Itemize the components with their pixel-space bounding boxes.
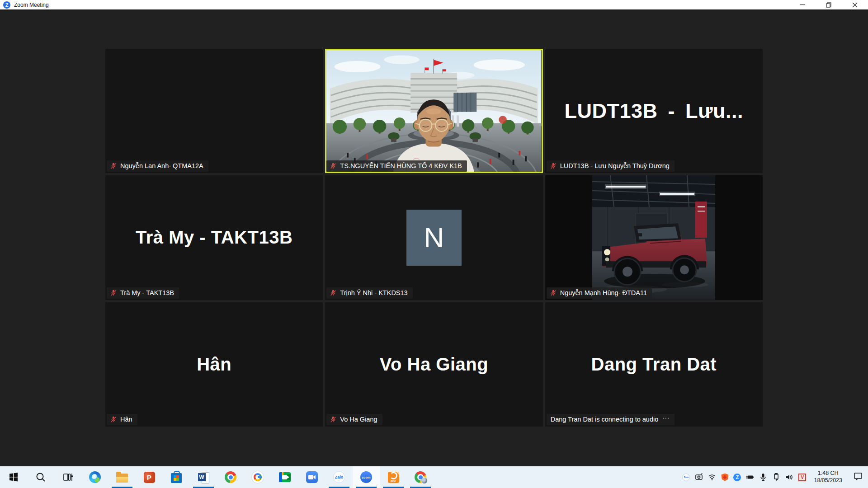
name-tag: LUDT13B - Lưu Nguyễn Thuỳ Dương xyxy=(547,160,675,172)
start-button[interactable] xyxy=(0,466,27,488)
name-tag: TS.NGUYỄN TIẾN HÙNG TỔ 4 KĐV K1B xyxy=(326,160,467,172)
task-view-icon xyxy=(62,472,73,483)
word-icon: W xyxy=(198,472,209,483)
participant-tile[interactable]: LUDT13B - Lưu... LUDT13B - Lưu Nguyễn Th… xyxy=(545,49,763,173)
powerpoint-icon: P xyxy=(144,472,155,483)
taskbar-chrome[interactable] xyxy=(217,466,244,488)
chrome-icon xyxy=(225,471,236,483)
name-tag: Vo Ha Giang xyxy=(326,414,382,425)
edge-icon xyxy=(89,471,101,483)
zalo-icon: Zalo xyxy=(333,471,345,483)
participant-tile-active-speaker[interactable]: TS.NGUYỄN TIẾN HÙNG TỔ 4 KĐV K1B xyxy=(325,49,542,173)
participant-tile[interactable]: Vo Ha Giang Vo Ha Giang xyxy=(325,302,542,427)
name-tag: Trà My - TAKT13B xyxy=(107,287,179,299)
participant-tile[interactable]: Nguyễn Mạnh Hùng- ĐTDA11 xyxy=(545,175,763,300)
tray-antivirus-shield-icon[interactable] xyxy=(721,474,728,481)
close-button[interactable] xyxy=(842,0,868,9)
taskbar-file-explorer[interactable] xyxy=(108,466,136,488)
video-camera-icon xyxy=(306,471,318,483)
participant-tile[interactable]: Trà My - TAKT13B Trà My - TAKT13B xyxy=(105,175,323,300)
taskbar-zoom-active[interactable]: zoom xyxy=(353,466,380,488)
muted-mic-icon xyxy=(330,162,337,169)
participant-tile[interactable]: N Trịnh Ý Nhi - KTKDS13 xyxy=(325,175,542,300)
muted-mic-icon xyxy=(550,289,557,296)
task-view-button[interactable] xyxy=(54,466,81,488)
participant-name: Vo Ha Giang xyxy=(340,416,377,423)
participant-name: Trà My - TAKT13B xyxy=(120,289,174,296)
muted-mic-icon xyxy=(110,162,117,169)
name-tag: Nguyễn Lan Anh- QTMA12A xyxy=(107,160,208,172)
tray-microphone-icon[interactable] xyxy=(759,473,767,481)
participant-name: TS.NGUYỄN TIẾN HÙNG TỔ 4 KĐV K1B xyxy=(340,162,462,169)
window-titlebar: Z Zoom Meeting xyxy=(0,0,868,10)
muted-mic-icon xyxy=(550,162,557,169)
taskbar-chrome-profile[interactable] xyxy=(407,466,434,488)
participant-tile[interactable]: Dang Tran Dat Dang Tran Dat is connectin… xyxy=(545,302,763,427)
participant-name: Nguyễn Lan Anh- QTMA12A xyxy=(120,162,203,169)
participant-big-name: LUDT13B - Lưu... xyxy=(545,49,763,173)
tray-volume-icon[interactable] xyxy=(785,473,793,481)
taskbar-zalo[interactable]: Zalo xyxy=(326,466,353,488)
participant-name: LUDT13B - Lưu Nguyễn Thuỳ Dương xyxy=(560,162,670,169)
name-tag: Nguyễn Mạnh Hùng- ĐTDA11 xyxy=(547,287,652,299)
participant-tile[interactable]: Nguyễn Lan Anh- QTMA12A xyxy=(105,49,323,173)
participant-big-name: Hân xyxy=(105,302,323,427)
participant-name: Trịnh Ý Nhi - KTKDS13 xyxy=(340,289,407,296)
tray-zoom-icon[interactable]: Z xyxy=(733,474,741,481)
participant-name: Nguyễn Mạnh Hùng- ĐTDA11 xyxy=(560,289,647,296)
taskbar-google-meet[interactable] xyxy=(271,466,298,488)
search-button[interactable] xyxy=(27,466,54,488)
muted-mic-icon xyxy=(110,416,117,423)
avatar: N xyxy=(406,210,462,266)
window-title: Zoom Meeting xyxy=(14,2,49,8)
name-tag: Hân xyxy=(107,414,137,425)
windows-logo-icon xyxy=(8,472,19,483)
zoom-icon: zoom xyxy=(360,471,372,483)
file-explorer-icon xyxy=(116,474,128,483)
participant-name: Hân xyxy=(120,416,132,423)
restore-button[interactable] xyxy=(816,0,842,9)
video-feed-jeep xyxy=(592,175,715,300)
taskbar-powerpoint[interactable]: P xyxy=(136,466,163,488)
action-center-button[interactable] xyxy=(854,472,863,482)
muted-mic-icon xyxy=(330,416,337,423)
connecting-status-text: Dang Tran Dat is connecting to audio xyxy=(551,416,659,423)
taskbar-clock[interactable]: 1:48 CH 18/05/2023 xyxy=(814,470,842,484)
minimize-button[interactable] xyxy=(789,0,816,9)
taskbar-word[interactable]: W xyxy=(190,466,217,488)
tray-wifi-icon[interactable] xyxy=(708,473,716,481)
globe-badge-icon xyxy=(421,477,428,484)
tray-battery-icon[interactable] xyxy=(746,473,754,481)
clock-date: 18/05/2023 xyxy=(814,477,842,484)
google-icon xyxy=(252,471,264,483)
taskbar-edge[interactable] xyxy=(81,466,108,488)
taskbar-google[interactable] xyxy=(244,466,271,488)
tray-usb-icon[interactable] xyxy=(772,473,780,481)
clock-time: 1:48 CH xyxy=(814,470,842,477)
taskbar-foxit-pdf[interactable]: PDF xyxy=(380,466,407,488)
microsoft-store-icon xyxy=(171,473,182,483)
system-tray: Zalo Z xyxy=(682,470,868,484)
participant-big-name: Vo Ha Giang xyxy=(325,302,542,427)
chrome-profile-icon xyxy=(415,471,426,483)
tray-vietkey-icon[interactable]: V xyxy=(798,474,806,481)
muted-mic-icon xyxy=(330,289,337,296)
zoom-app-icon: Z xyxy=(3,1,10,9)
video-grid: Nguyễn Lan Anh- QTMA12A xyxy=(105,49,763,427)
tray-zalo-icon[interactable]: Zalo xyxy=(682,474,690,481)
meeting-stage: Nguyễn Lan Anh- QTMA12A xyxy=(0,10,868,466)
video-feed-campus xyxy=(326,50,541,172)
tray-screen-cast-icon[interactable] xyxy=(695,473,703,481)
participant-tile[interactable]: Hân Hân xyxy=(105,302,323,427)
foxit-pdf-icon: PDF xyxy=(388,472,399,483)
taskbar-camera-app[interactable] xyxy=(298,466,326,488)
muted-mic-icon xyxy=(110,289,117,296)
search-icon xyxy=(35,472,46,483)
participant-big-name: Dang Tran Dat xyxy=(545,302,763,427)
google-meet-icon xyxy=(279,472,291,482)
connecting-status-tag: Dang Tran Dat is connecting to audio ··· xyxy=(547,414,675,425)
name-tag: Trịnh Ý Nhi - KTKDS13 xyxy=(326,287,412,299)
participant-big-name: Trà My - TAKT13B xyxy=(105,175,323,300)
taskbar-microsoft-store[interactable] xyxy=(163,466,190,488)
connecting-dots: ··· xyxy=(662,414,670,421)
